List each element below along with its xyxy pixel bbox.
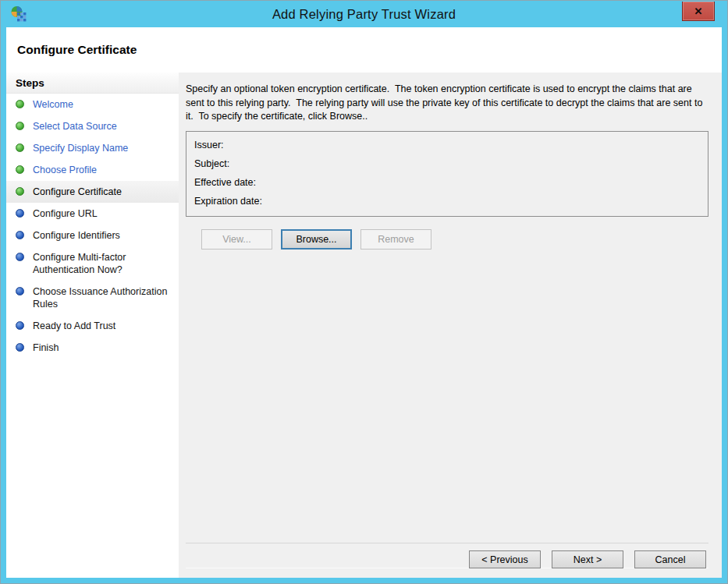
step-label: Specify Display Name	[33, 142, 128, 154]
step-label: Choose Issuance Authorization Rules	[33, 285, 172, 310]
page-title: Configure Certificate	[17, 43, 137, 57]
steps-list: WelcomeSelect Data SourceSpecify Display…	[6, 94, 179, 359]
step-label: Welcome	[33, 98, 73, 111]
window-title: Add Relying Party Trust Wizard	[1, 1, 727, 27]
browse-button[interactable]: Browse...	[281, 229, 352, 250]
certificate-field-issuer: Issuer:	[194, 136, 700, 154]
step-label: Ready to Add Trust	[33, 320, 115, 332]
step-label: Choose Profile	[33, 164, 97, 176]
certificate-actions: View... Browse... Remove	[186, 229, 708, 250]
previous-button[interactable]: < Previous	[469, 550, 541, 568]
sidebar-step-select-data-source[interactable]: Select Data Source	[6, 115, 179, 137]
step-pending-icon	[16, 343, 24, 352]
certificate-field-subject: Subject:	[194, 154, 700, 173]
step-pending-icon	[16, 321, 24, 330]
steps-sidebar: Steps WelcomeSelect Data SourceSpecify D…	[6, 73, 179, 578]
field-label: Subject:	[194, 158, 229, 169]
step-label: Configure Certificate	[33, 186, 122, 198]
sidebar-step-configure-certificate: Configure Certificate	[6, 181, 179, 203]
description-text: Specify an optional token encryption cer…	[186, 83, 704, 124]
step-pending-icon	[16, 287, 24, 296]
sidebar-step-finish: Finish	[6, 337, 179, 359]
sidebar-step-configure-multi-factor-authentication-now: Configure Multi-factor Authentication No…	[6, 246, 179, 281]
step-pending-icon	[16, 253, 24, 261]
titlebar: Add Relying Party Trust Wizard ✕	[1, 1, 727, 27]
field-label: Effective date:	[194, 177, 256, 188]
sidebar-step-ready-to-add-trust: Ready to Add Trust	[6, 315, 179, 337]
step-complete-icon	[16, 122, 24, 130]
wizard-footer: < Previous Next > Cancel	[186, 543, 708, 568]
certificate-field-expiration-date: Expiration date:	[194, 192, 700, 211]
step-complete-icon	[16, 143, 24, 152]
field-label: Issuer:	[194, 140, 224, 150]
page-header: Configure Certificate	[6, 27, 722, 73]
certificate-field-effective-date: Effective date:	[194, 173, 700, 192]
step-label: Configure URL	[33, 207, 98, 220]
step-complete-icon	[16, 100, 24, 108]
steps-header: Steps	[6, 73, 179, 94]
field-label: Expiration date:	[194, 196, 262, 207]
wizard-window: Add Relying Party Trust Wizard ✕ Configu…	[0, 0, 728, 584]
view-button: View...	[201, 229, 272, 250]
step-complete-icon	[16, 165, 24, 174]
window-body: Configure Certificate Steps WelcomeSelec…	[6, 27, 722, 578]
cancel-button[interactable]: Cancel	[634, 550, 706, 568]
certificate-details-box: Issuer:Subject:Effective date:Expiration…	[186, 131, 708, 217]
step-complete-icon	[16, 187, 24, 196]
content-panel: Specify an optional token encryption cer…	[179, 73, 722, 578]
close-button[interactable]: ✕	[682, 2, 715, 21]
step-label: Configure Multi-factor Authentication No…	[33, 251, 172, 276]
sidebar-step-configure-identifiers: Configure Identifiers	[6, 225, 179, 246]
step-pending-icon	[16, 231, 24, 239]
sidebar-step-configure-url: Configure URL	[6, 203, 179, 225]
step-pending-icon	[16, 209, 24, 218]
remove-button: Remove	[360, 229, 431, 250]
next-button[interactable]: Next >	[552, 550, 623, 568]
step-label: Select Data Source	[33, 120, 117, 133]
step-label: Configure Identifiers	[33, 229, 120, 242]
sidebar-step-welcome[interactable]: Welcome	[6, 94, 179, 115]
close-icon: ✕	[694, 5, 703, 17]
sidebar-step-choose-issuance-authorization-rules: Choose Issuance Authorization Rules	[6, 281, 179, 315]
sidebar-step-specify-display-name[interactable]: Specify Display Name	[6, 137, 179, 159]
sidebar-step-choose-profile[interactable]: Choose Profile	[6, 159, 179, 181]
step-label: Finish	[33, 342, 59, 354]
